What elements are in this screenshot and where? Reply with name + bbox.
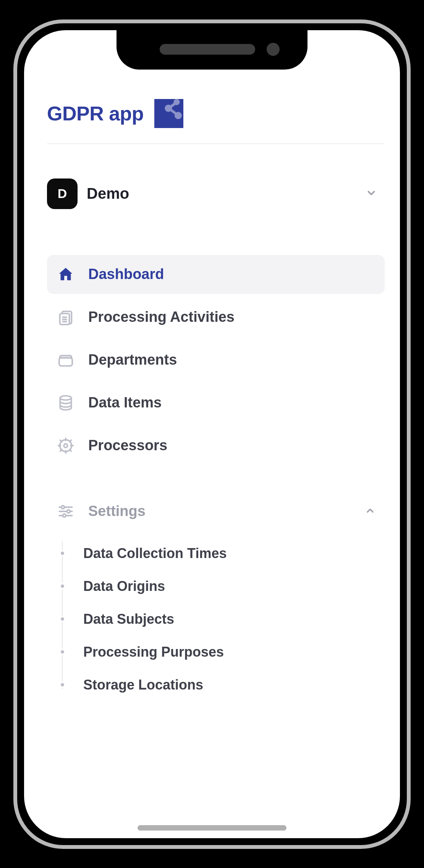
settings-item-label: Processing Purposes <box>83 644 224 660</box>
primary-nav: Dashboard Processing Activities <box>47 255 385 465</box>
settings-item-processing-purposes[interactable]: Processing Purposes <box>61 636 385 668</box>
nav-item-label: Departments <box>88 352 177 368</box>
bullet-icon <box>61 584 64 588</box>
speaker <box>160 44 255 55</box>
settings-item-label: Data Subjects <box>83 611 174 627</box>
app-title: GDPR app <box>47 102 144 125</box>
box-icon <box>56 350 75 370</box>
nav-item-departments[interactable]: Departments <box>47 341 385 380</box>
nav-item-label: Processors <box>88 437 167 454</box>
svg-point-11 <box>60 396 71 400</box>
workspace-selector[interactable]: D Demo <box>47 178 385 209</box>
nav-item-dashboard[interactable]: Dashboard <box>47 255 385 294</box>
workspace-name: Demo <box>87 185 356 202</box>
settings-item-data-collection-times[interactable]: Data Collection Times <box>61 537 385 570</box>
settings-item-storage-locations[interactable]: Storage Locations <box>61 668 385 701</box>
svg-line-21 <box>70 440 71 441</box>
app-logo-icon <box>154 99 183 128</box>
home-icon <box>56 265 75 284</box>
settings-item-data-origins[interactable]: Data Origins <box>61 570 385 603</box>
nav-item-label: Processing Activities <box>88 309 235 325</box>
home-indicator[interactable] <box>138 825 286 831</box>
nav-item-label: Dashboard <box>88 266 164 282</box>
bullet-icon <box>61 552 64 555</box>
header-divider <box>47 143 385 144</box>
settings-item-label: Data Origins <box>83 578 165 594</box>
sliders-icon <box>56 502 75 521</box>
bullet-icon <box>61 650 64 654</box>
nav-item-processing-activities[interactable]: Processing Activities <box>47 298 385 337</box>
svg-line-4 <box>170 109 178 115</box>
clipboard-icon <box>56 308 75 327</box>
notch <box>117 30 307 70</box>
settings-section: Settings Data Collection Times Data Orig… <box>47 500 385 701</box>
svg-point-23 <box>61 505 65 508</box>
settings-item-data-subjects[interactable]: Data Subjects <box>61 603 385 636</box>
settings-list: Data Collection Times Data Origins Data … <box>47 537 385 701</box>
bullet-icon <box>61 617 64 621</box>
nav-item-data-items[interactable]: Data Items <box>47 383 385 422</box>
svg-point-27 <box>63 514 66 517</box>
chevron-down-icon <box>366 187 377 200</box>
content-area: GDPR app D Demo <box>24 84 400 808</box>
svg-line-19 <box>70 449 71 451</box>
database-icon <box>56 393 75 412</box>
front-camera <box>267 43 280 56</box>
gear-icon <box>56 436 75 455</box>
screen: GDPR app D Demo <box>24 30 400 838</box>
svg-line-3 <box>170 102 176 108</box>
bullet-icon <box>61 683 64 686</box>
svg-line-18 <box>60 440 62 441</box>
svg-point-13 <box>64 444 68 448</box>
phone-frame: GDPR app D Demo <box>13 19 411 849</box>
chevron-up-icon <box>365 505 375 518</box>
settings-item-label: Storage Locations <box>83 677 203 693</box>
workspace-badge: D <box>47 178 78 209</box>
svg-line-20 <box>60 449 62 451</box>
nav-item-processors[interactable]: Processors <box>47 426 385 465</box>
settings-label: Settings <box>88 503 352 519</box>
nav-item-label: Data Items <box>88 394 162 411</box>
brand-row: GDPR app <box>47 99 385 128</box>
settings-item-label: Data Collection Times <box>83 545 227 561</box>
settings-toggle[interactable]: Settings <box>47 500 385 523</box>
svg-point-25 <box>67 509 70 513</box>
svg-rect-10 <box>59 358 73 366</box>
